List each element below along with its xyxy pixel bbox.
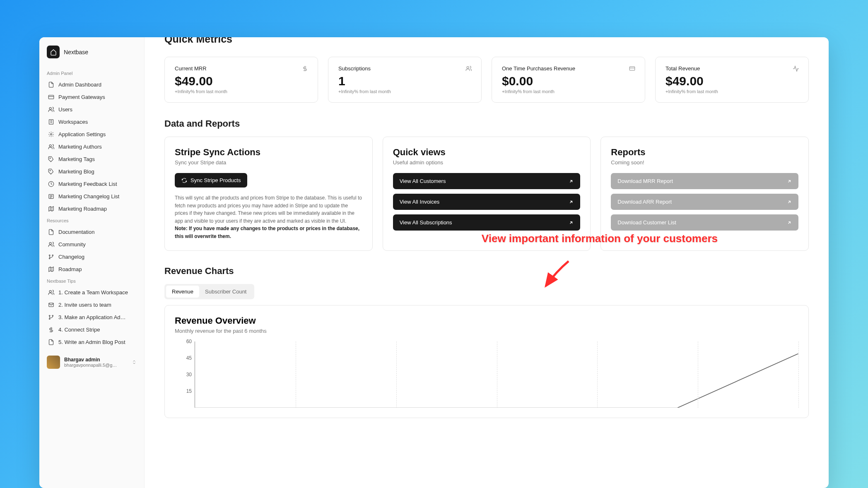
sync-stripe-button[interactable]: Sync Stripe Products (175, 173, 247, 188)
building-icon (48, 118, 54, 125)
sidebar-item[interactable]: 5. Write an Admin Blog Post (45, 336, 138, 348)
section-title-data-reports: Data and Reports (164, 118, 809, 129)
sidebar-item[interactable]: Application Settings (45, 128, 138, 140)
sidebar-item-label: Application Settings (58, 131, 106, 137)
file-icon (48, 228, 54, 235)
sidebar-item[interactable]: Marketing Roadmap (45, 202, 138, 215)
metric-label: Total Revenue (665, 65, 798, 72)
sidebar-item-label: 2. Invite users to team (58, 302, 111, 308)
sidebar-item[interactable]: Marketing Authors (45, 140, 138, 153)
sidebar-item[interactable]: Community (45, 238, 138, 250)
home-icon (47, 46, 60, 58)
reports-card: Reports Coming soon! Download MRR Report… (600, 137, 809, 251)
svg-point-9 (49, 242, 51, 244)
sidebar-item-label: Community (58, 241, 86, 248)
sidebar-item-label: Changelog (58, 254, 84, 260)
sidebar-item-label: 3. Make an Application Ad… (58, 314, 126, 320)
svg-rect-19 (629, 67, 635, 70)
metric-value: $0.00 (502, 74, 635, 88)
chevron-up-down-icon (132, 360, 137, 365)
report-download-button[interactable]: Download MRR Report (611, 173, 798, 189)
sidebar-item-label: Marketing Feedback List (58, 181, 117, 187)
arrow-up-right-icon (569, 179, 574, 184)
report-download-button[interactable]: Download Customer List (611, 214, 798, 231)
y-tick: 45 (186, 355, 192, 361)
gear-icon (48, 131, 54, 137)
sidebar-item-label: 4. Connect Stripe (58, 327, 100, 333)
arrow-up-right-icon (787, 220, 792, 225)
sidebar-item[interactable]: 2. Invite users to team (45, 298, 138, 311)
metric-value: $49.00 (665, 74, 798, 88)
user-email: bhargavponnapalli.5@g… (64, 363, 128, 368)
metric-delta: +Infinity% from last month (665, 89, 798, 94)
report-download-button[interactable]: Download ARR Report (611, 194, 798, 210)
dollar-icon (48, 326, 54, 333)
sidebar-item-label: Payment Gateways (58, 94, 105, 100)
card-icon (48, 94, 54, 100)
svg-point-11 (49, 258, 50, 259)
file-icon (48, 339, 54, 345)
clock-icon (48, 180, 54, 187)
sidebar-item[interactable]: 1. Create a Team Workspace (45, 286, 138, 298)
svg-point-4 (49, 144, 51, 147)
users-icon (48, 289, 54, 296)
users-icon (48, 143, 54, 150)
svg-point-3 (50, 133, 52, 135)
sidebar-item[interactable]: Users (45, 103, 138, 115)
sidebar-item[interactable]: Marketing Changelog List (45, 190, 138, 202)
sidebar-item-label: Workspaces (58, 119, 88, 125)
section-label: Nextbase Tips (45, 275, 138, 286)
brand[interactable]: Nextbase (45, 46, 138, 58)
sidebar-item[interactable]: 3. Make an Application Ad… (45, 311, 138, 323)
section-label: Resources (45, 215, 138, 226)
card-subtitle: Sync your Stripe data (175, 159, 362, 166)
svg-point-16 (49, 318, 50, 320)
tab-subscriber-count[interactable]: Subscriber Count (199, 286, 252, 298)
metric-delta: +Infinity% from last month (502, 89, 635, 94)
sidebar-item[interactable]: Changelog (45, 250, 138, 263)
metric-label: Current MRR (175, 65, 308, 72)
sidebar-item-label: Marketing Authors (58, 144, 102, 150)
card-title: Stripe Sync Actions (175, 147, 362, 158)
sidebar-item-label: Admin Dashboard (58, 82, 101, 88)
file-icon (48, 81, 54, 88)
svg-point-18 (467, 67, 469, 69)
y-tick: 60 (186, 339, 192, 344)
sidebar-item[interactable]: Payment Gateways (45, 91, 138, 103)
page-title: Quick Metrics (164, 37, 809, 45)
branch-icon (48, 314, 54, 320)
arrow-up-right-icon (787, 200, 792, 204)
sidebar-item-label: Marketing Changelog List (58, 193, 119, 200)
map-icon (48, 266, 54, 272)
sidebar-item[interactable]: Marketing Blog (45, 165, 138, 178)
tag-icon (48, 168, 54, 175)
sidebar-item[interactable]: Marketing Tags (45, 153, 138, 165)
sidebar-item[interactable]: Workspaces (45, 115, 138, 128)
sidebar-item[interactable]: Roadmap (45, 263, 138, 275)
sidebar-item-label: 1. Create a Team Workspace (58, 289, 128, 296)
metric-delta: +Infinity% from last month (175, 89, 308, 94)
svg-point-5 (50, 158, 51, 159)
quick-view-button[interactable]: View All Invoices (393, 194, 581, 210)
sync-description: This will sync all the products and pric… (175, 194, 362, 240)
metric-card: One Time Purchases Revenue$0.00+Infinity… (492, 57, 645, 103)
sidebar-item[interactable]: Admin Dashboard (45, 78, 138, 91)
metric-card: Current MRR$49.00+Infinity% from last mo… (164, 57, 318, 103)
metric-delta: +Infinity% from last month (338, 89, 471, 94)
sidebar-item[interactable]: Documentation (45, 226, 138, 238)
metric-card: Subscriptions1+Infinity% from last month (328, 57, 482, 103)
user-menu[interactable]: Bhargav admin bhargavponnapalli.5@g… (45, 351, 138, 373)
revenue-overview-card: Revenue Overview Monthly revenue for the… (164, 305, 809, 418)
sidebar-item-label: Marketing Blog (58, 168, 94, 175)
refresh-icon (181, 178, 187, 183)
arrow-up-right-icon (569, 220, 574, 225)
tab-revenue[interactable]: Revenue (166, 286, 199, 298)
card-icon (629, 65, 637, 73)
svg-point-10 (49, 255, 50, 256)
sidebar-item[interactable]: Marketing Feedback List (45, 178, 138, 190)
sidebar-item[interactable]: 4. Connect Stripe (45, 323, 138, 336)
quick-view-button[interactable]: View All Subscriptions (393, 214, 581, 231)
svg-point-13 (49, 290, 51, 292)
arrow-up-right-icon (569, 200, 574, 204)
quick-view-button[interactable]: View All Customers (393, 173, 581, 189)
